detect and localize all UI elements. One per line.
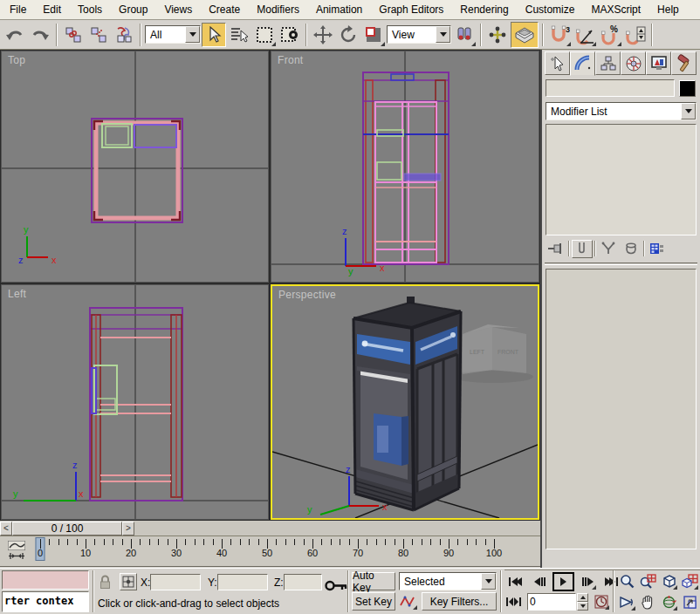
track-bar[interactable]: 0102030405060708090100: [0, 536, 540, 567]
tab-display[interactable]: [646, 51, 671, 75]
remove-modifier-button[interactable]: [621, 240, 642, 258]
auto-key-button[interactable]: Auto Key: [352, 572, 395, 590]
select-and-rotate-button[interactable]: [336, 23, 360, 47]
reference-coord-dropdown[interactable]: View: [387, 25, 451, 44]
menu-rendering[interactable]: Rendering: [452, 0, 517, 19]
ruler-tick: [94, 539, 95, 545]
play-icon: [560, 577, 566, 586]
magnet-angle-icon: [574, 24, 595, 45]
zoom-button[interactable]: [617, 572, 636, 590]
menu-file[interactable]: File: [2, 0, 35, 19]
menu-create[interactable]: Create: [201, 0, 249, 19]
tab-utilities[interactable]: [671, 51, 697, 75]
menu-graph-editors[interactable]: Graph Editors: [371, 0, 452, 19]
time-slider-next-button[interactable]: >: [122, 522, 134, 536]
previous-frame-button[interactable]: [530, 573, 549, 590]
tab-motion[interactable]: [621, 51, 646, 75]
menu-edit[interactable]: Edit: [35, 0, 70, 19]
spinner-snap-toggle-button[interactable]: [623, 23, 648, 47]
set-keys-button[interactable]: [325, 579, 347, 592]
dropdown-arrow-icon[interactable]: [436, 26, 450, 43]
make-unique-button[interactable]: [598, 240, 619, 258]
select-object-button[interactable]: [202, 23, 226, 47]
bind-to-space-warp-button[interactable]: [112, 23, 136, 47]
menu-animation[interactable]: Animation: [308, 0, 371, 19]
toolbar-separator: [651, 24, 653, 46]
redo-button[interactable]: [28, 23, 52, 47]
y-coordinate-field[interactable]: [217, 574, 268, 590]
viewport-left[interactable]: z y x Left: [1, 284, 269, 520]
current-frame-field[interactable]: [527, 593, 576, 611]
zoom-extents-button[interactable]: [659, 572, 678, 590]
menu-views[interactable]: Views: [156, 0, 201, 19]
frame-spinner[interactable]: [577, 593, 588, 611]
rollout-area[interactable]: [546, 269, 697, 549]
next-frame-button[interactable]: [578, 573, 597, 590]
open-mini-curve-editor-button[interactable]: [5, 539, 28, 563]
menu-modifiers[interactable]: Modifiers: [249, 0, 308, 19]
time-slider-prev-button[interactable]: <: [0, 522, 12, 536]
unlink-selection-button[interactable]: [86, 23, 111, 47]
dropdown-arrow-icon[interactable]: [681, 103, 696, 119]
play-button[interactable]: [552, 572, 574, 591]
z-coordinate-field[interactable]: [284, 574, 322, 590]
x-coordinate-field[interactable]: [150, 574, 201, 590]
selection-filter-dropdown[interactable]: All: [145, 25, 201, 44]
viewport-perspective[interactable]: LEFT FRONT: [271, 284, 539, 520]
set-key-button[interactable]: Set Key: [352, 592, 395, 611]
percent-snap-toggle-button[interactable]: %: [598, 23, 622, 47]
tab-create[interactable]: [545, 51, 570, 75]
track-ruler[interactable]: 0102030405060708090100: [40, 537, 494, 565]
object-color-swatch[interactable]: [679, 80, 696, 97]
toolbar-separator: [542, 24, 544, 46]
modifier-stack-list[interactable]: [546, 124, 697, 235]
show-end-result-button[interactable]: [572, 240, 593, 258]
viewport-front[interactable]: z y x Front: [271, 51, 539, 283]
menu-maxscript[interactable]: MAXScript: [583, 0, 649, 19]
key-filter-selection-dropdown[interactable]: Selected: [399, 572, 497, 590]
selection-lock-toggle[interactable]: [99, 575, 112, 590]
select-and-link-button[interactable]: [61, 23, 86, 47]
time-configuration-button[interactable]: [592, 593, 610, 611]
window-crossing-toggle-button[interactable]: [278, 23, 302, 47]
use-center-flyout-button[interactable]: [452, 23, 477, 47]
key-mode-toggle-button[interactable]: [504, 593, 522, 611]
arc-rotate-button[interactable]: [659, 593, 678, 611]
keyboard-override-toggle[interactable]: [511, 22, 539, 48]
zoom-extents-all-button[interactable]: [680, 572, 699, 590]
select-and-move-button[interactable]: [311, 23, 335, 47]
configure-modifier-sets-button[interactable]: [647, 240, 668, 258]
tab-modify[interactable]: [570, 51, 595, 76]
absolute-mode-toggle[interactable]: [120, 573, 137, 590]
go-to-start-button[interactable]: [504, 573, 525, 590]
dropdown-arrow-icon[interactable]: [481, 573, 496, 590]
pan-button[interactable]: [638, 593, 657, 611]
angle-snap-toggle-button[interactable]: [573, 23, 597, 47]
maxscript-mini-listener[interactable]: rter contex: [2, 591, 89, 612]
menu-help[interactable]: Help: [649, 0, 688, 19]
default-tangent-button[interactable]: [397, 592, 418, 611]
select-and-scale-button[interactable]: [361, 23, 386, 47]
menu-group[interactable]: Group: [111, 0, 156, 19]
viewport-top[interactable]: y z x Top: [1, 51, 269, 283]
undo-button[interactable]: [3, 23, 27, 47]
select-and-manipulate-button[interactable]: [485, 23, 510, 47]
min-max-toggle-button[interactable]: [680, 593, 699, 611]
tab-hierarchy[interactable]: [595, 51, 621, 75]
field-of-view-button[interactable]: [617, 593, 636, 611]
menu-tools[interactable]: Tools: [70, 0, 111, 19]
panel-divider: [545, 263, 697, 265]
key-filters-button[interactable]: Key Filters...: [422, 592, 497, 611]
menu-customize[interactable]: Customize: [518, 0, 584, 19]
object-name-field[interactable]: [546, 79, 675, 97]
time-slider-handle[interactable]: 0 / 100: [12, 522, 122, 536]
pin-stack-button[interactable]: [546, 240, 566, 258]
dropdown-arrow-icon[interactable]: [185, 26, 200, 43]
macro-recorder-field[interactable]: [2, 570, 89, 590]
pin-icon: [547, 242, 565, 256]
zoom-all-button[interactable]: [638, 572, 657, 590]
snap-toggle-3d-button[interactable]: 3: [547, 23, 572, 47]
modifier-list-dropdown[interactable]: Modifier List: [546, 102, 697, 120]
rectangular-selection-region-button[interactable]: [252, 23, 277, 47]
select-by-name-button[interactable]: [227, 23, 251, 47]
